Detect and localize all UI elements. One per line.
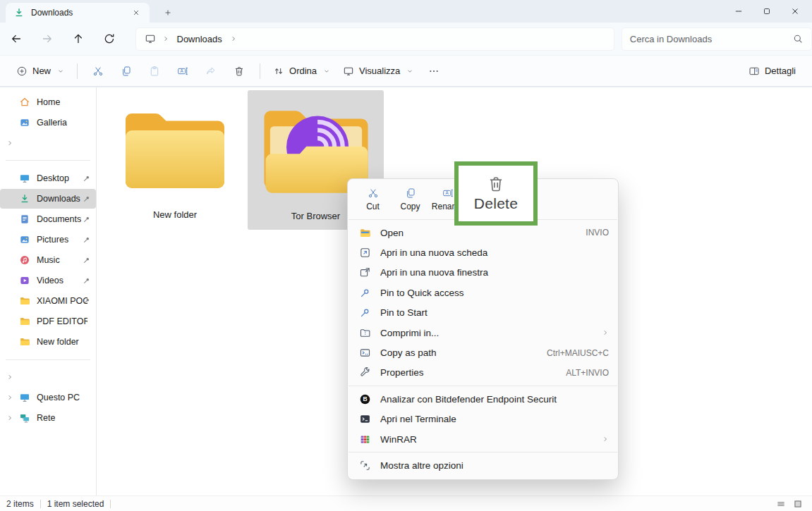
window-controls [725, 0, 809, 23]
large-icons-view-icon[interactable] [793, 499, 803, 509]
more-options-button[interactable] [420, 60, 448, 82]
copy-path-icon [359, 347, 371, 359]
menu-item-open-new-tab[interactable]: Apri in una nuova scheda [348, 242, 618, 262]
tab-close-button[interactable] [128, 5, 144, 20]
menu-item-label: Apri in una nuova scheda [380, 247, 609, 258]
sidebar-item-label: Music [37, 255, 60, 265]
menu-item-open-new-window[interactable]: Apri in una nuova finestra [348, 263, 618, 283]
share-button[interactable] [197, 60, 225, 82]
open-folder-icon [359, 227, 371, 239]
breadcrumb-downloads[interactable]: Downloads [176, 32, 224, 46]
sidebar-item-pictures[interactable]: Pictures [0, 230, 96, 250]
trash-icon [234, 66, 245, 77]
details-pane-button[interactable]: Dettagli [742, 61, 802, 81]
menu-item-winrar[interactable]: WinRAR [348, 429, 618, 449]
menu-item-copy-as-path[interactable]: Copy as path Ctrl+MAIUSC+C [348, 343, 618, 362]
refresh-button[interactable] [103, 32, 116, 45]
new-button[interactable]: New [10, 61, 71, 81]
new-button-label: New [32, 66, 51, 76]
gallery-icon [19, 117, 30, 128]
menu-item-label: Apri nel Terminale [380, 414, 609, 424]
view-button[interactable]: Visualizza [337, 61, 420, 81]
back-button[interactable] [10, 32, 23, 45]
chevron-right-icon[interactable] [6, 394, 13, 401]
rename-icon [177, 66, 188, 77]
sidebar-item-home[interactable]: Home [0, 92, 96, 112]
sidebar-item-downloads[interactable]: Downloads [0, 189, 96, 209]
sidebar-item-documents[interactable]: Documents [0, 209, 96, 229]
sidebar-item-videos[interactable]: Videos [0, 271, 96, 290]
this-pc-icon [145, 33, 156, 44]
sort-button[interactable]: Ordina [267, 61, 337, 81]
sidebar-expander[interactable] [0, 368, 96, 386]
breadcrumb-separator-icon [162, 35, 169, 42]
address-bar[interactable]: Downloads [135, 27, 614, 51]
forward-button[interactable] [41, 32, 54, 45]
delete-button[interactable] [225, 60, 253, 82]
maximize-button[interactable] [753, 0, 781, 23]
chevron-right-icon [6, 374, 13, 381]
search-input[interactable] [630, 34, 792, 44]
file-tile-new-folder[interactable]: New folder [111, 90, 239, 230]
up-button[interactable] [72, 32, 85, 45]
menu-item-bitdefender-scan[interactable]: Analizar con Bitdefender Endpoint Securi… [348, 389, 618, 409]
sidebar-item-network[interactable]: Rete [0, 408, 96, 428]
desktop-icon [19, 173, 30, 184]
quick-copy-button[interactable]: Copy [392, 183, 429, 216]
music-icon [19, 254, 30, 266]
search-box[interactable] [622, 27, 812, 51]
show-more-icon [359, 460, 371, 472]
display-icon [343, 66, 354, 77]
sort-button-label: Ordina [289, 66, 317, 76]
tab-title: Downloads [31, 8, 128, 18]
menu-divider [349, 452, 617, 452]
sidebar-item-new-folder[interactable]: New folder [0, 332, 96, 352]
menu-item-open-terminal[interactable]: Apri nel Terminale [348, 410, 618, 429]
explorer-tab[interactable]: Downloads [6, 3, 150, 23]
menu-item-shortcut: Ctrl+MAIUSC+C [547, 348, 609, 358]
menu-item-pin-quick-access[interactable]: Pin to Quick access [348, 283, 618, 302]
sidebar-item-desktop[interactable]: Desktop [0, 168, 96, 188]
folder-icon-large [119, 100, 231, 203]
paste-button[interactable] [140, 60, 169, 82]
menu-item-compress[interactable]: Comprimi in... [348, 323, 618, 343]
delete-annotation-box[interactable]: Delete [454, 161, 538, 226]
sidebar-expander[interactable] [0, 134, 96, 152]
quick-action-label: Copy [400, 202, 420, 211]
toolbar-divider [260, 63, 260, 79]
minimize-button[interactable] [725, 0, 753, 23]
sidebar-item-label: Videos [37, 276, 63, 285]
share-icon [205, 66, 217, 77]
copy-button[interactable] [112, 60, 140, 82]
sidebar-item-label: New folder [37, 337, 79, 347]
menu-item-properties[interactable]: Properties ALT+INVIO [348, 363, 618, 383]
sidebar-item-xiaomi-poco[interactable]: XIAOMI POCO F [0, 291, 96, 311]
sidebar-item-gallery[interactable]: Galleria [0, 113, 96, 133]
command-toolbar: New Ordina Visualizza Dettagli [0, 55, 812, 87]
new-tab-button[interactable] [159, 5, 176, 20]
sidebar-item-label: Galleria [37, 118, 67, 128]
sidebar-item-this-pc[interactable]: Questo PC [0, 388, 96, 407]
menu-item-open[interactable]: Open INVIO [348, 223, 618, 242]
quick-cut-button[interactable]: Cut [354, 183, 392, 216]
sidebar-item-label: Pictures [37, 235, 68, 245]
sidebar-item-label: PDF EDITOR [37, 316, 87, 326]
copy-icon [121, 66, 132, 77]
chevron-right-icon[interactable] [6, 414, 13, 421]
sidebar-item-music[interactable]: Music [0, 250, 96, 270]
pin-icon [83, 276, 91, 285]
menu-item-label: Pin to Quick access [380, 288, 609, 298]
trash-icon [487, 175, 505, 193]
cut-button[interactable] [84, 60, 112, 82]
pin-icon [83, 297, 91, 305]
sidebar-item-pdf-editor[interactable]: PDF EDITOR [0, 312, 96, 331]
pin-icon [83, 215, 91, 223]
navigation-bar: Downloads [0, 23, 812, 55]
documents-icon [19, 214, 30, 225]
rename-button[interactable] [169, 60, 197, 82]
menu-item-pin-to-start[interactable]: Pin to Start [348, 303, 618, 323]
menu-item-label: Analizar con Bitdefender Endpoint Securi… [380, 394, 609, 405]
menu-item-show-more-options[interactable]: Mostra altre opzioni [348, 455, 618, 475]
list-view-icon[interactable] [776, 499, 786, 509]
close-button[interactable] [781, 0, 809, 23]
